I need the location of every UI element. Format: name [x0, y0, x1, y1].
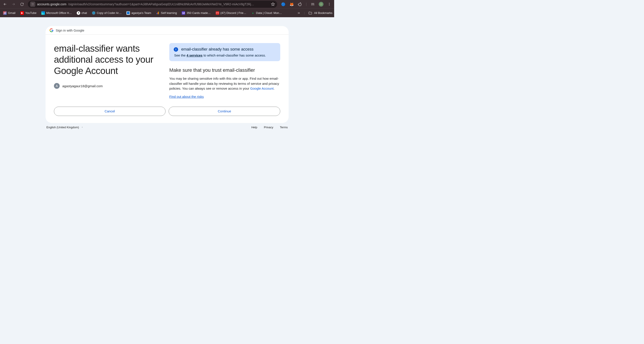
- bookmark-youtube[interactable]: ▶ YouTube: [19, 10, 38, 16]
- info-icon: i: [174, 47, 178, 52]
- chevron-down-icon: [81, 126, 83, 128]
- bookmark-self-learning[interactable]: Self learning: [155, 10, 178, 16]
- analytics-icon: [156, 11, 160, 15]
- bookmark-ms-office[interactable]: Microsoft Office H…: [40, 10, 73, 16]
- chat-icon: ✦: [77, 11, 80, 15]
- svg-rect-5: [157, 13, 157, 14]
- trust-heading: Make sure that you trust email-classifie…: [169, 67, 280, 73]
- star-icon[interactable]: [271, 2, 275, 6]
- all-bookmarks-button[interactable]: All Bookmarks: [308, 11, 332, 15]
- svg-rect-7: [158, 11, 159, 14]
- card-header: Sign in with Google: [46, 26, 289, 35]
- action-buttons: Cancel Continue: [46, 103, 289, 123]
- extension-icon-1[interactable]: 🔵: [281, 2, 286, 6]
- bookmark-team[interactable]: 🟦 agastya's Team: [125, 10, 152, 16]
- site-info-icon[interactable]: [30, 1, 35, 7]
- account-identifier[interactable]: A agastyagaur18@gmail.com: [54, 83, 167, 89]
- bookmark-discord[interactable]: 273 (47) Discord | Frie…: [214, 10, 248, 16]
- team-icon: 🟦: [126, 11, 130, 15]
- consent-card: Sign in with Google email-classifier wan…: [46, 26, 289, 123]
- services-link[interactable]: 4 services: [186, 53, 203, 57]
- svg-point-0: [32, 3, 32, 3]
- profile-avatar-icon[interactable]: [319, 2, 324, 7]
- svg-point-4: [329, 5, 330, 5]
- url-host: accounts.google.com: [37, 2, 66, 6]
- globe-icon: 🌐: [92, 11, 96, 15]
- sign-in-with-google-label: Sign in with Google: [56, 28, 84, 32]
- existing-access-text: See the 4 services to which email-classi…: [174, 53, 276, 57]
- existing-access-info: i email-classifier already has some acce…: [169, 43, 280, 61]
- reload-button[interactable]: [18, 0, 26, 8]
- youtube-icon: ▶: [20, 11, 24, 15]
- extension-icon-2[interactable]: 🦊: [290, 2, 294, 6]
- existing-access-title: email-classifier already has some access: [181, 47, 254, 52]
- terms-link[interactable]: Terms: [280, 126, 288, 129]
- office-icon: [41, 11, 45, 15]
- cancel-button[interactable]: Cancel: [54, 107, 166, 116]
- avatar: A: [54, 83, 60, 89]
- cards-icon: UI: [182, 11, 185, 15]
- footer: English (United Kingdom) Help Privacy Te…: [46, 126, 289, 129]
- back-button[interactable]: [1, 0, 9, 8]
- bookmark-chat[interactable]: ✦ chat: [75, 10, 88, 16]
- language-label: English (United Kingdom): [46, 126, 79, 129]
- account-email: agastyagaur18@gmail.com: [62, 84, 103, 88]
- chrome-actions: 🔵 🦊 |: [279, 2, 333, 7]
- consent-heading: email-classifier wants additional access…: [54, 43, 167, 76]
- bookmark-coder[interactable]: 🌐 Copy of Coder Ar…: [90, 10, 123, 16]
- mongodb-icon: ●: [251, 11, 254, 15]
- bookmark-mongo[interactable]: ● Data | Cloud: Mon…: [250, 10, 283, 16]
- menu-icon[interactable]: [328, 2, 331, 6]
- folder-icon: [308, 11, 312, 15]
- bookmark-cards[interactable]: UI 350 Cards made…: [180, 10, 212, 16]
- bookmarks-overflow-icon[interactable]: [297, 11, 300, 15]
- extensions-icon[interactable]: [298, 2, 302, 6]
- footer-links: Help Privacy Terms: [251, 126, 288, 129]
- nav-bar: accounts.google.com/signin/oauth/v2/cons…: [0, 0, 334, 8]
- svg-point-2: [329, 3, 330, 3]
- browser-chrome: accounts.google.com/signin/oauth/v2/cons…: [0, 0, 334, 17]
- music-icon[interactable]: [311, 2, 315, 6]
- url-path: /signin/oauth/v2/consentsummary?authuser…: [68, 2, 254, 6]
- gmail-icon: M: [3, 11, 7, 15]
- svg-point-1: [32, 5, 32, 5]
- google-account-link[interactable]: Google Account: [250, 86, 274, 90]
- address-bar[interactable]: accounts.google.com/signin/oauth/v2/cons…: [28, 1, 277, 8]
- svg-point-3: [329, 4, 330, 5]
- trust-text: You may be sharing sensitive info with t…: [169, 76, 280, 91]
- risks-link[interactable]: Find out about the risks: [169, 95, 204, 98]
- bookmarks-bar: M Gmail ▶ YouTube Microsoft Office H… ✦ …: [0, 8, 334, 17]
- svg-rect-6: [157, 12, 158, 14]
- google-logo-icon: [50, 28, 54, 32]
- consent-left-column: email-classifier wants additional access…: [54, 43, 167, 99]
- help-link[interactable]: Help: [251, 126, 257, 129]
- bookmark-gmail[interactable]: M Gmail: [2, 10, 17, 16]
- forward-button[interactable]: [10, 0, 17, 8]
- consent-right-column: i email-classifier already has some acce…: [167, 43, 280, 99]
- discord-icon: 273: [216, 11, 219, 15]
- page-content: Sign in with Google email-classifier wan…: [0, 17, 334, 178]
- language-select[interactable]: English (United Kingdom): [46, 126, 83, 129]
- continue-button[interactable]: Continue: [168, 107, 280, 116]
- privacy-link[interactable]: Privacy: [264, 126, 274, 129]
